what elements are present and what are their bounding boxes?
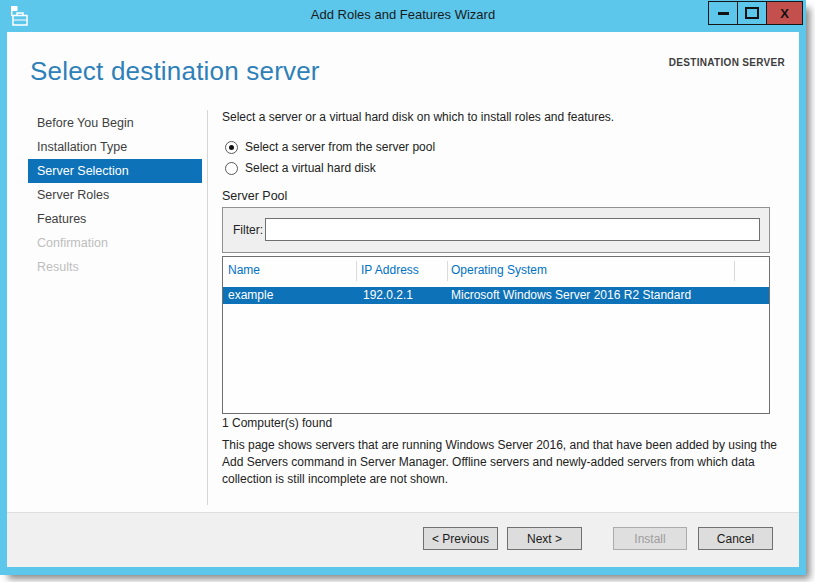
window-controls: X [709, 1, 803, 25]
close-button[interactable]: X [766, 1, 803, 25]
cell-name: example [228, 288, 273, 302]
close-icon: X [780, 6, 789, 21]
destination-server-label: DESTINATION SERVER [669, 57, 785, 68]
sidebar-divider [207, 110, 208, 505]
step-before-you-begin[interactable]: Before You Begin [28, 111, 202, 135]
page-description: This page shows servers that are running… [222, 437, 778, 488]
previous-button[interactable]: < Previous [423, 527, 498, 550]
radio-select-server-pool[interactable]: Select a server from the server pool [225, 139, 435, 155]
column-header-operating-system[interactable]: Operating System [451, 263, 547, 277]
minimize-button[interactable] [708, 1, 738, 25]
filter-panel: Filter: [222, 207, 770, 253]
cell-ip-address: 192.0.2.1 [363, 288, 413, 302]
wizard-steps-nav: Before You Begin Installation Type Serve… [28, 111, 202, 279]
step-confirmation: Confirmation [28, 231, 202, 255]
filter-input[interactable] [265, 218, 760, 241]
server-pool-section-label: Server Pool [222, 189, 287, 203]
step-features[interactable]: Features [28, 207, 202, 231]
cancel-button[interactable]: Cancel [698, 527, 773, 550]
radio-label: Select a virtual hard disk [245, 161, 376, 175]
step-results: Results [28, 255, 202, 279]
radio-unselected-icon [225, 162, 238, 175]
computer-count-text: 1 Computer(s) found [222, 416, 332, 430]
step-server-selection[interactable]: Server Selection [28, 159, 202, 183]
radio-select-vhd[interactable]: Select a virtual hard disk [225, 160, 376, 176]
wizard-window: Add Roles and Features Wizard X Select d… [0, 0, 806, 575]
column-separator [356, 261, 357, 281]
column-separator [734, 261, 735, 281]
page-title: Select destination server [30, 56, 320, 87]
column-header-name[interactable]: Name [228, 263, 260, 277]
maximize-button[interactable] [737, 1, 767, 25]
radio-label: Select a server from the server pool [245, 140, 435, 154]
cell-operating-system: Microsoft Windows Server 2016 R2 Standar… [451, 288, 691, 302]
server-pool-table: Name IP Address Operating System example… [222, 256, 770, 414]
radio-selected-icon [225, 141, 238, 154]
intro-text: Select a server or a virtual hard disk o… [222, 110, 614, 124]
titlebar[interactable]: Add Roles and Features Wizard X [0, 0, 806, 32]
next-button[interactable]: Next > [507, 527, 582, 550]
filter-label: Filter: [233, 208, 263, 252]
step-server-roles[interactable]: Server Roles [28, 183, 202, 207]
minimize-icon [718, 12, 729, 15]
window-title: Add Roles and Features Wizard [0, 0, 806, 32]
maximize-icon [745, 7, 759, 19]
table-row-example[interactable]: example 192.0.2.1 Microsoft Windows Serv… [223, 287, 769, 304]
install-button: Install [613, 527, 687, 550]
column-separator [447, 261, 448, 281]
step-installation-type[interactable]: Installation Type [28, 135, 202, 159]
column-header-ip-address[interactable]: IP Address [361, 263, 419, 277]
